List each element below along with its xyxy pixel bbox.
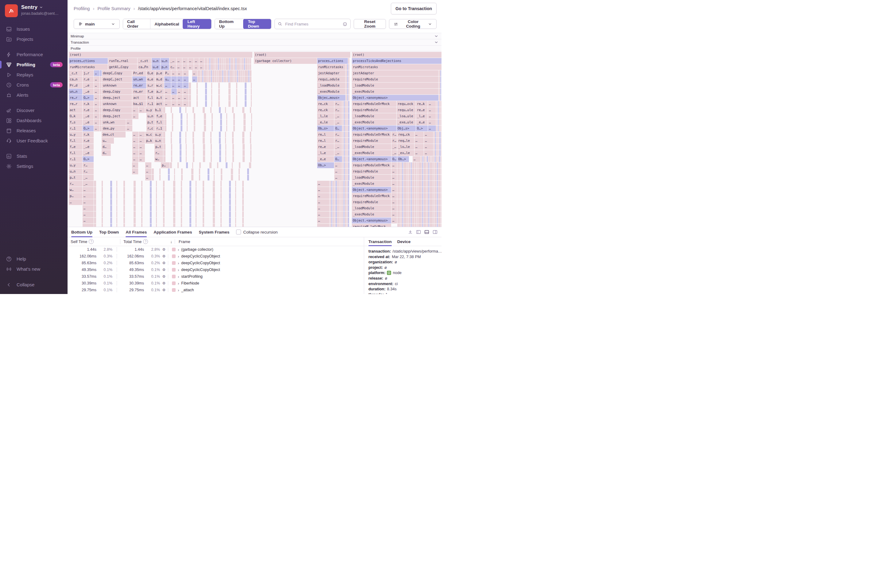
flame-frame[interactable] (185, 138, 186, 144)
flame-frame[interactable] (242, 205, 244, 211)
flame-frame[interactable]: f…e (146, 89, 155, 94)
flame-frame[interactable] (225, 144, 226, 150)
flame-frame[interactable] (203, 199, 204, 205)
dock-left-icon[interactable] (416, 229, 421, 235)
flame-frame[interactable] (429, 205, 433, 211)
flame-frame[interactable] (173, 181, 175, 187)
flame-frame[interactable]: ca…n (69, 76, 82, 82)
flame-frame[interactable] (437, 187, 438, 193)
flame-frame[interactable] (197, 89, 198, 94)
flame-frame[interactable]: runMicrotasks (317, 64, 345, 70)
flame-frame[interactable] (347, 218, 348, 224)
flame-frame[interactable]: … (188, 58, 194, 64)
flame-frame[interactable]: … (392, 187, 397, 193)
flame-frame[interactable] (231, 58, 233, 64)
flame-frame[interactable]: _… (334, 144, 342, 150)
flame-frame[interactable]: re…ck (317, 107, 334, 113)
flame-frame[interactable] (429, 212, 433, 217)
flame-frame[interactable] (434, 138, 435, 144)
flame-frame[interactable] (214, 64, 216, 70)
flame-frame[interactable] (212, 113, 213, 119)
flame-frame[interactable] (170, 162, 172, 168)
flame-frame[interactable] (345, 218, 346, 224)
flame-frame[interactable]: … (177, 76, 183, 82)
flame-frame[interactable]: … (139, 150, 145, 156)
flame-frame[interactable] (123, 193, 125, 199)
flame-frame[interactable] (344, 218, 344, 224)
flame-frame[interactable] (436, 138, 438, 144)
flame-frame[interactable] (433, 168, 434, 174)
flame-frame[interactable] (415, 205, 416, 211)
flame-frame[interactable]: w…c (155, 82, 164, 88)
flame-frame[interactable]: re…er (132, 82, 146, 88)
flame-frame[interactable] (397, 193, 400, 199)
flame-frame[interactable] (110, 187, 112, 193)
flame-frame[interactable] (221, 218, 222, 224)
flame-frame[interactable] (220, 119, 222, 125)
flame-frame[interactable] (197, 70, 200, 76)
flame-frame[interactable]: proces…ctions (317, 58, 348, 64)
flame-frame[interactable]: _…e (83, 119, 94, 125)
flame-frame[interactable]: … (392, 199, 397, 205)
flame-frame[interactable]: _l…le (317, 113, 334, 119)
flame-frame[interactable] (422, 187, 423, 193)
flame-frame[interactable] (209, 58, 210, 64)
flame-frame[interactable]: deep…ject (102, 95, 132, 100)
flame-frame[interactable]: … (83, 187, 94, 193)
flame-frame[interactable] (219, 132, 221, 138)
flame-frame[interactable] (250, 107, 251, 113)
flame-frame[interactable] (245, 89, 246, 94)
flame-frame[interactable] (412, 199, 414, 205)
flame-frame[interactable] (418, 181, 422, 187)
flame-frame[interactable] (191, 168, 194, 174)
flame-frame[interactable]: u…n (161, 58, 169, 64)
flame-frame[interactable] (225, 58, 229, 64)
flame-frame[interactable] (342, 175, 344, 180)
flame-frame[interactable] (433, 212, 434, 217)
flame-frame[interactable] (173, 212, 175, 217)
flame-frame[interactable] (408, 162, 410, 168)
flame-frame[interactable] (219, 64, 222, 70)
flame-frame[interactable]: O…> (83, 95, 94, 100)
flame-frame[interactable]: _loadModule (352, 205, 391, 211)
flame-frame[interactable]: r…c (146, 126, 155, 131)
flame-frame[interactable] (344, 193, 344, 199)
tab-system-frames[interactable]: System Frames (199, 227, 230, 237)
flame-frame[interactable] (345, 132, 347, 138)
flame-frame[interactable] (337, 199, 339, 205)
flame-frame[interactable] (342, 212, 343, 217)
flame-frame[interactable] (123, 205, 125, 211)
flame-frame[interactable] (341, 199, 342, 205)
table-row[interactable]: 85.63ms0.2%85.63ms0.2%⚙›deepCyclicCopyOb… (68, 260, 364, 266)
flame-frame[interactable] (437, 193, 438, 199)
flame-frame[interactable] (400, 168, 402, 174)
flame-frame[interactable]: _execModule (352, 119, 396, 125)
flame-frame[interactable]: r…1 (146, 101, 155, 107)
flame-frame[interactable] (152, 175, 154, 180)
flame-frame[interactable]: Ob…s> (317, 126, 334, 131)
flame-frame[interactable] (189, 199, 191, 205)
flame-frame[interactable] (345, 144, 347, 150)
flame-frame[interactable] (412, 175, 414, 180)
flame-frame[interactable] (433, 187, 434, 193)
flamegraph-canvas[interactable]: (root)proces…ctionsrunTe…rnal_c…stu…nu…n… (68, 51, 442, 227)
flame-frame[interactable] (116, 218, 117, 224)
flame-frame[interactable] (189, 181, 191, 187)
flame-frame[interactable] (173, 193, 175, 199)
flame-frame[interactable] (347, 82, 348, 88)
flame-frame[interactable] (213, 224, 215, 227)
flame-frame[interactable] (347, 168, 348, 174)
flame-frame[interactable] (441, 205, 442, 211)
flame-frame[interactable] (163, 199, 165, 205)
flame-frame[interactable] (400, 205, 402, 211)
flame-frame[interactable] (219, 58, 222, 64)
flame-frame[interactable] (172, 126, 173, 131)
flame-frame[interactable] (344, 199, 344, 205)
flame-frame[interactable] (235, 193, 236, 199)
flame-frame[interactable]: r… (334, 132, 342, 138)
flame-frame[interactable] (418, 162, 422, 168)
flame-frame[interactable]: Ob…> (317, 162, 334, 168)
dock-right-icon[interactable] (432, 229, 438, 235)
flame-frame[interactable]: getAl…Copy (108, 64, 137, 70)
flame-frame[interactable]: … (317, 193, 329, 199)
